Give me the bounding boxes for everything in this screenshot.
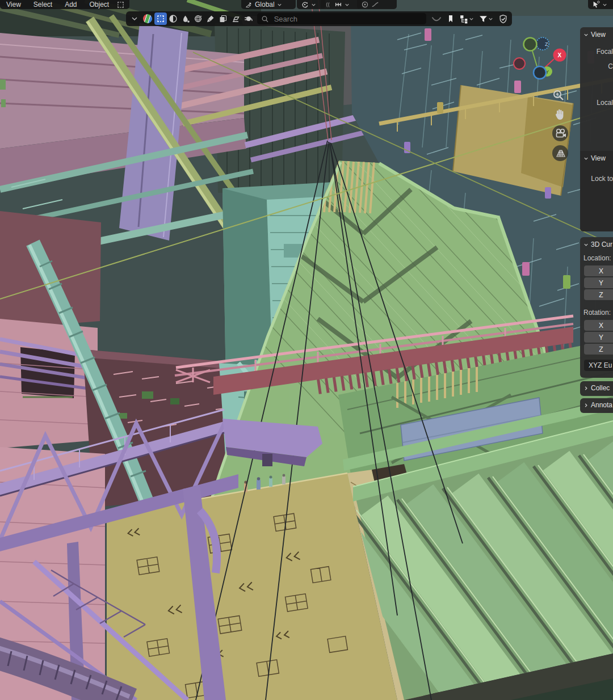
cursor-location-y-field[interactable]: Y [584, 277, 613, 288]
lock-to-label: Lock to [580, 175, 613, 183]
pan-hand-icon [552, 107, 566, 121]
falloff-circle-icon [361, 1, 369, 9]
panel-collections[interactable]: Collec [580, 381, 613, 396]
select-box-dashed-icon[interactable] [116, 1, 125, 9]
rotation-order-label: XYZ Eu [589, 361, 612, 369]
orientation-label: Global [255, 1, 275, 9]
chevron-down-icon [469, 16, 474, 22]
search-icon [261, 15, 269, 23]
outliner-icon [459, 14, 469, 24]
brush-tool-button[interactable] [204, 12, 217, 25]
collapse-chevron-icon[interactable] [130, 14, 139, 23]
chevron-down-icon [583, 32, 589, 37]
clamp-tool-icon [231, 14, 240, 23]
panel-view: View Focal C Local View Lock to [580, 27, 613, 231]
chevron-right-icon [583, 386, 589, 391]
duplicate-pages-icon [219, 14, 228, 23]
blender-3d-viewport: { "menubar": { "items": ["View", "Select… [0, 0, 613, 700]
rotation-order-dropdown[interactable]: XYZ Eu [584, 360, 613, 371]
z-axis-label: Z [599, 345, 603, 353]
box-select-tool-button[interactable] [154, 12, 167, 25]
globe-icon [194, 14, 203, 23]
x-axis-label: X [599, 322, 603, 330]
falloff-curve-icon [371, 1, 379, 9]
search-input[interactable] [273, 14, 422, 24]
z-axis-label: Z [599, 291, 603, 299]
panel-view-lock-title: View [591, 154, 606, 162]
app-logo-icon[interactable] [142, 14, 153, 24]
panel-view-lock: View Lock to [580, 151, 613, 231]
arc-icon[interactable] [431, 13, 442, 24]
menu-select[interactable]: Select [27, 1, 58, 9]
snap-proportional-group[interactable] [321, 0, 362, 9]
navigation-gizmo[interactable]: Z X Y [511, 34, 568, 82]
panel-collections-title: Collec [591, 384, 610, 392]
panel-view-lock-header[interactable]: View [580, 151, 613, 162]
menu-view[interactable]: View [0, 1, 27, 9]
zoom-icon [551, 88, 565, 102]
grid-ortho-icon [553, 146, 568, 161]
floating-toolbar [126, 11, 512, 26]
axis-z-ball[interactable]: Z [536, 37, 549, 50]
shading-tool-button[interactable] [167, 12, 179, 25]
panel-annotations-title: Annota [591, 401, 612, 409]
bookmark-icon[interactable] [446, 14, 455, 23]
axis-neg-y-ball[interactable] [524, 38, 537, 51]
paint-tool-button[interactable] [179, 12, 192, 25]
chevron-right-icon [583, 403, 589, 408]
chevron-down-icon [277, 2, 282, 7]
orientation-dropdown[interactable]: Global [241, 0, 296, 9]
y-axis-label: Y [599, 279, 603, 287]
x-axis-label: X [599, 267, 603, 275]
shading-sphere-icon [169, 14, 178, 23]
zoom-button[interactable] [550, 87, 566, 103]
cursor-rotation-x-field[interactable]: X [584, 320, 613, 331]
duplicate-tool-button[interactable] [217, 12, 229, 25]
panel-view-header[interactable]: View [580, 27, 613, 39]
viewport-menubar: View Select Add Object [0, 0, 129, 9]
cursor-rotation-z-field[interactable]: Z [584, 344, 613, 355]
filter-dropdown[interactable] [478, 14, 493, 24]
focal-length-label: Focal [580, 48, 613, 56]
axis-neg-x-ball[interactable] [514, 58, 525, 69]
axis-neg-z-ball[interactable] [534, 66, 546, 79]
pan-button[interactable] [551, 106, 567, 122]
camera-view-icon [553, 126, 568, 141]
filter-funnel-icon [478, 14, 488, 24]
chevron-down-icon [583, 156, 589, 161]
axis-x-ball[interactable]: X [553, 49, 566, 62]
camera-view-button[interactable] [552, 125, 568, 141]
menu-add[interactable]: Add [58, 1, 83, 9]
globe-tool-button[interactable] [192, 12, 204, 25]
box-select-icon [156, 14, 165, 23]
sidebar-n-panel: View Focal C Local View Lock to 3D Cur L… [580, 0, 613, 420]
panel-view-title: View [591, 31, 606, 39]
proportional-bars-icon [334, 1, 342, 9]
paint-drop-icon [181, 14, 190, 23]
falloff-group[interactable] [357, 0, 397, 9]
menu-object[interactable]: Object [83, 1, 116, 9]
clip-label: C [580, 62, 613, 70]
grid-ortho-button[interactable] [552, 145, 568, 161]
cursor-location-x-field[interactable]: X [584, 265, 613, 276]
viewport-3d-scene[interactable] [0, 0, 613, 700]
clamp-tool-button[interactable] [229, 12, 242, 25]
brush-icon [206, 14, 215, 23]
panel-3d-cursor-header[interactable]: 3D Cur [580, 237, 613, 248]
plug-icon [243, 14, 253, 23]
shield-check-icon[interactable] [498, 14, 508, 24]
cursor-rotation-y-field[interactable]: Y [584, 332, 613, 343]
chevron-down-icon [583, 242, 589, 247]
y-axis-label: Y [599, 334, 603, 341]
plug-tool-button[interactable] [242, 12, 254, 25]
chevron-down-icon [311, 2, 316, 7]
search-box[interactable] [257, 13, 426, 24]
cursor-location-z-field[interactable]: Z [584, 289, 613, 300]
panel-annotations[interactable]: Annota [580, 398, 613, 413]
snap-arcs-icon [325, 1, 332, 9]
chevron-down-icon [345, 2, 350, 7]
chevron-down-icon [488, 16, 493, 22]
outliner-dropdown[interactable] [459, 14, 474, 24]
svg-text:X: X [558, 52, 562, 58]
svg-text:Z: Z [545, 41, 548, 47]
